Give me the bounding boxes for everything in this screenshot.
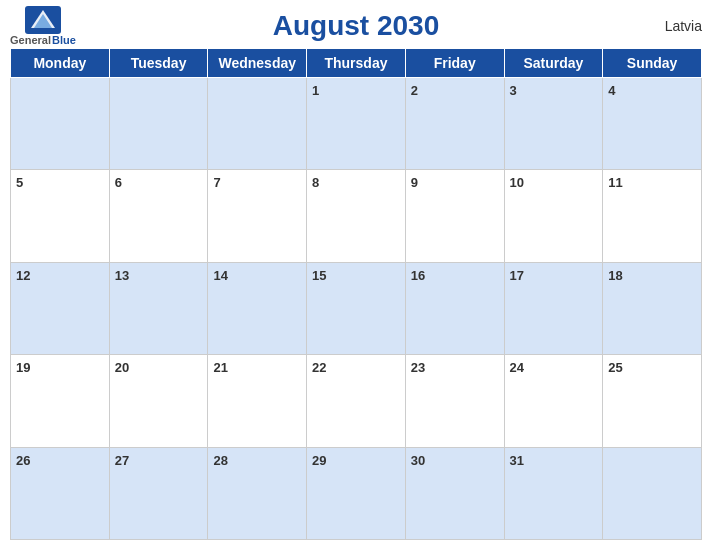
calendar-day-28: 28 [208, 447, 307, 539]
calendar-day-9: 9 [405, 170, 504, 262]
logo-general-text: General [10, 34, 51, 46]
calendar-header: General Blue August 2030 Latvia [10, 10, 702, 42]
calendar-day-23: 23 [405, 355, 504, 447]
calendar-day-16: 16 [405, 262, 504, 354]
logo-blue-text: Blue [52, 34, 76, 46]
calendar-day-7: 7 [208, 170, 307, 262]
weekday-header-monday: Monday [11, 49, 110, 78]
calendar-day-26: 26 [11, 447, 110, 539]
weekday-header-sunday: Sunday [603, 49, 702, 78]
calendar-day-5: 5 [11, 170, 110, 262]
weekday-header-saturday: Saturday [504, 49, 603, 78]
calendar-week-row: 19202122232425 [11, 355, 702, 447]
calendar-day-19: 19 [11, 355, 110, 447]
calendar-day-12: 12 [11, 262, 110, 354]
calendar-day-21: 21 [208, 355, 307, 447]
calendar-day-empty [208, 78, 307, 170]
weekday-header-friday: Friday [405, 49, 504, 78]
calendar-day-11: 11 [603, 170, 702, 262]
calendar-week-row: 262728293031 [11, 447, 702, 539]
weekday-header-tuesday: Tuesday [109, 49, 208, 78]
calendar-day-22: 22 [307, 355, 406, 447]
calendar-title: August 2030 [273, 10, 440, 42]
calendar-day-2: 2 [405, 78, 504, 170]
calendar-day-25: 25 [603, 355, 702, 447]
calendar-day-15: 15 [307, 262, 406, 354]
weekday-header-wednesday: Wednesday [208, 49, 307, 78]
calendar-day-6: 6 [109, 170, 208, 262]
generalblue-logo-icon [25, 6, 61, 34]
calendar-day-14: 14 [208, 262, 307, 354]
calendar-day-27: 27 [109, 447, 208, 539]
calendar-day-24: 24 [504, 355, 603, 447]
calendar-day-31: 31 [504, 447, 603, 539]
calendar-day-8: 8 [307, 170, 406, 262]
weekday-header-row: MondayTuesdayWednesdayThursdayFridaySatu… [11, 49, 702, 78]
calendar-table: MondayTuesdayWednesdayThursdayFridaySatu… [10, 48, 702, 540]
calendar-day-4: 4 [603, 78, 702, 170]
calendar-week-row: 12131415161718 [11, 262, 702, 354]
calendar-day-29: 29 [307, 447, 406, 539]
calendar-day-10: 10 [504, 170, 603, 262]
calendar-day-empty [603, 447, 702, 539]
calendar-week-row: 567891011 [11, 170, 702, 262]
weekday-header-thursday: Thursday [307, 49, 406, 78]
calendar-day-empty [109, 78, 208, 170]
calendar-day-17: 17 [504, 262, 603, 354]
calendar-day-18: 18 [603, 262, 702, 354]
calendar-day-3: 3 [504, 78, 603, 170]
calendar-day-30: 30 [405, 447, 504, 539]
calendar-day-20: 20 [109, 355, 208, 447]
calendar-week-row: 1234 [11, 78, 702, 170]
calendar-day-1: 1 [307, 78, 406, 170]
logo: General Blue [10, 6, 76, 46]
calendar-day-13: 13 [109, 262, 208, 354]
calendar-day-empty [11, 78, 110, 170]
country-label: Latvia [665, 18, 702, 34]
